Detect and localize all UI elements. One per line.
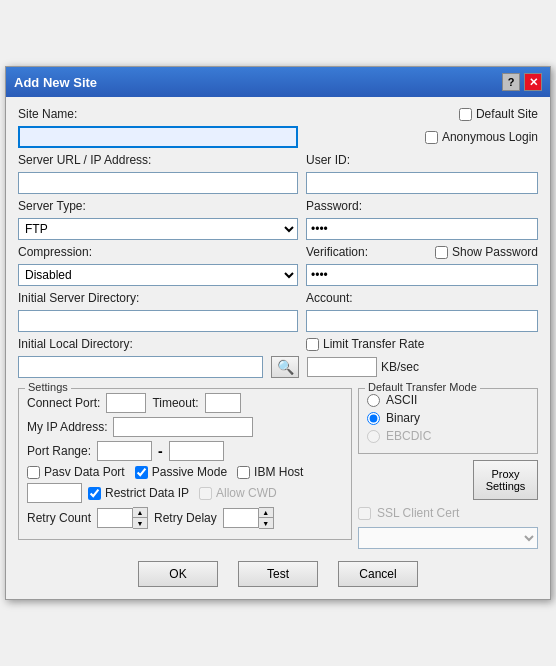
dialog: Add New Site ? ✕ Site Name: Default Site… bbox=[5, 66, 551, 600]
local-dir-label-row: Initial Local Directory: Limit Transfer … bbox=[18, 337, 538, 351]
ascii-radio[interactable] bbox=[367, 394, 380, 407]
retry-count-arrows: ▲ ▼ bbox=[133, 507, 148, 529]
comp-verif-labels: Compression: Verification: Show Password bbox=[18, 245, 538, 259]
my-ip-row: My IP Address: bbox=[27, 417, 343, 437]
proxy-settings-button[interactable]: Proxy Settings bbox=[473, 460, 538, 500]
pasv-data-port-label: Pasv Data Port bbox=[44, 465, 125, 479]
allow-cwd-checkbox bbox=[199, 487, 212, 500]
pasv-data-port-checkbox[interactable] bbox=[27, 466, 40, 479]
show-password-checkbox[interactable] bbox=[435, 246, 448, 259]
content-area: Site Name: Default Site ftp1 Anonymous L… bbox=[6, 97, 550, 599]
comp-verif-inputs: Disabled Enabled bbox=[18, 264, 538, 286]
retry-count-spinner[interactable]: 2 ▲ ▼ bbox=[97, 507, 148, 529]
retry-delay-up[interactable]: ▲ bbox=[259, 508, 273, 518]
server-user-inputs: localhost ftp1 bbox=[18, 172, 538, 194]
pasv-value-input[interactable] bbox=[27, 483, 82, 503]
ebcdic-row: EBCDIC bbox=[367, 429, 529, 443]
retry-count-down[interactable]: ▼ bbox=[133, 518, 147, 528]
close-button[interactable]: ✕ bbox=[524, 73, 542, 91]
user-id-label: User ID: bbox=[306, 153, 350, 167]
ssl-dropdown[interactable] bbox=[358, 527, 538, 549]
user-id-input[interactable]: ftp1 bbox=[306, 172, 538, 194]
server-type-label: Server Type: bbox=[18, 199, 298, 213]
ssl-cert-label: SSL Client Cert bbox=[377, 506, 459, 520]
proxy-line1: Proxy bbox=[491, 468, 519, 480]
dir-account-inputs bbox=[18, 310, 538, 332]
port-range-end[interactable] bbox=[169, 441, 224, 461]
account-input[interactable] bbox=[306, 310, 538, 332]
ebcdic-radio bbox=[367, 430, 380, 443]
retry-delay-input[interactable]: 1 bbox=[223, 508, 259, 528]
limit-transfer-row: Limit Transfer Rate bbox=[306, 337, 424, 351]
limit-transfer-checkbox[interactable] bbox=[306, 338, 319, 351]
site-name-row: Site Name: Default Site bbox=[18, 107, 538, 121]
settings-box-title: Settings bbox=[25, 381, 71, 393]
allow-cwd-row: Allow CWD bbox=[199, 486, 277, 500]
local-dir-label: Initial Local Directory: bbox=[18, 337, 298, 351]
site-name-input-row: ftp1 Anonymous Login bbox=[18, 126, 538, 148]
restrict-data-ip-checkbox[interactable] bbox=[88, 487, 101, 500]
ascii-label: ASCII bbox=[386, 393, 417, 407]
local-dir-input[interactable] bbox=[18, 356, 263, 378]
allow-cwd-label: Allow CWD bbox=[216, 486, 277, 500]
pasv-input-row: Restrict Data IP Allow CWD bbox=[27, 483, 343, 503]
ibm-host-checkbox[interactable] bbox=[237, 466, 250, 479]
timeout-input[interactable]: 30 bbox=[205, 393, 241, 413]
server-dir-input[interactable] bbox=[18, 310, 298, 332]
title-bar: Add New Site ? ✕ bbox=[6, 67, 550, 97]
timeout-label: Timeout: bbox=[152, 396, 198, 410]
verification-label: Verification: bbox=[306, 245, 427, 259]
password-input[interactable] bbox=[306, 218, 538, 240]
help-button[interactable]: ? bbox=[502, 73, 520, 91]
passive-mode-checkbox[interactable] bbox=[135, 466, 148, 479]
server-dir-label: Initial Server Directory: bbox=[18, 291, 298, 305]
transfer-mode-box: Default Transfer Mode ASCII Binary EBCDI… bbox=[358, 388, 538, 454]
cancel-button[interactable]: Cancel bbox=[338, 561, 418, 587]
type-password-inputs: FTP SFTP FTPS bbox=[18, 218, 538, 240]
connect-port-label: Connect Port: bbox=[27, 396, 100, 410]
bottom-buttons: OK Test Cancel bbox=[18, 557, 538, 591]
port-range-row: Port Range: - bbox=[27, 441, 343, 461]
ebcdic-label: EBCDIC bbox=[386, 429, 431, 443]
retry-count-input[interactable]: 2 bbox=[97, 508, 133, 528]
compression-select[interactable]: Disabled Enabled bbox=[18, 264, 298, 286]
server-url-input[interactable]: localhost bbox=[18, 172, 298, 194]
browse-button[interactable]: 🔍 bbox=[271, 356, 299, 378]
default-site-checkbox-row: Default Site bbox=[459, 107, 538, 121]
proxy-line2: Settings bbox=[486, 480, 526, 492]
pasv-data-port-row: Pasv Data Port bbox=[27, 465, 125, 479]
show-password-row: Show Password bbox=[435, 245, 538, 259]
retry-delay-arrows: ▲ ▼ bbox=[259, 507, 274, 529]
server-url-label: Server URL / IP Address: bbox=[18, 153, 298, 167]
verification-input[interactable] bbox=[306, 264, 538, 286]
anonymous-login-label: Anonymous Login bbox=[442, 130, 538, 144]
title-bar-buttons: ? ✕ bbox=[502, 73, 542, 91]
transfer-mode-title: Default Transfer Mode bbox=[365, 381, 480, 393]
limit-transfer-label: Limit Transfer Rate bbox=[323, 337, 424, 351]
port-range-dash: - bbox=[158, 443, 163, 459]
dialog-title: Add New Site bbox=[14, 75, 97, 90]
server-user-labels: Server URL / IP Address: User ID: bbox=[18, 153, 538, 167]
retry-delay-label: Retry Delay bbox=[154, 511, 217, 525]
settings-left: Settings Connect Port: 21 Timeout: 30 My… bbox=[18, 384, 352, 549]
test-button[interactable]: Test bbox=[238, 561, 318, 587]
local-dir-input-row: 🔍 Unlimited KB/sec bbox=[18, 356, 538, 378]
retry-delay-spinner[interactable]: 1 ▲ ▼ bbox=[223, 507, 274, 529]
compression-label: Compression: bbox=[18, 245, 298, 259]
restrict-data-ip-label: Restrict Data IP bbox=[105, 486, 189, 500]
connect-port-input[interactable]: 21 bbox=[106, 393, 146, 413]
anonymous-login-checkbox[interactable] bbox=[425, 131, 438, 144]
retry-delay-down[interactable]: ▼ bbox=[259, 518, 273, 528]
default-site-checkbox[interactable] bbox=[459, 108, 472, 121]
ok-button[interactable]: OK bbox=[138, 561, 218, 587]
server-type-select[interactable]: FTP SFTP FTPS bbox=[18, 218, 298, 240]
my-ip-input[interactable] bbox=[113, 417, 253, 437]
retry-count-up[interactable]: ▲ bbox=[133, 508, 147, 518]
transfer-rate-input[interactable]: Unlimited bbox=[307, 357, 377, 377]
site-name-input[interactable]: ftp1 bbox=[18, 126, 298, 148]
anonymous-login-row: Anonymous Login bbox=[425, 130, 538, 144]
port-range-start[interactable] bbox=[97, 441, 152, 461]
ssl-cert-row: SSL Client Cert bbox=[358, 506, 538, 520]
ibm-host-row: IBM Host bbox=[237, 465, 303, 479]
binary-radio[interactable] bbox=[367, 412, 380, 425]
